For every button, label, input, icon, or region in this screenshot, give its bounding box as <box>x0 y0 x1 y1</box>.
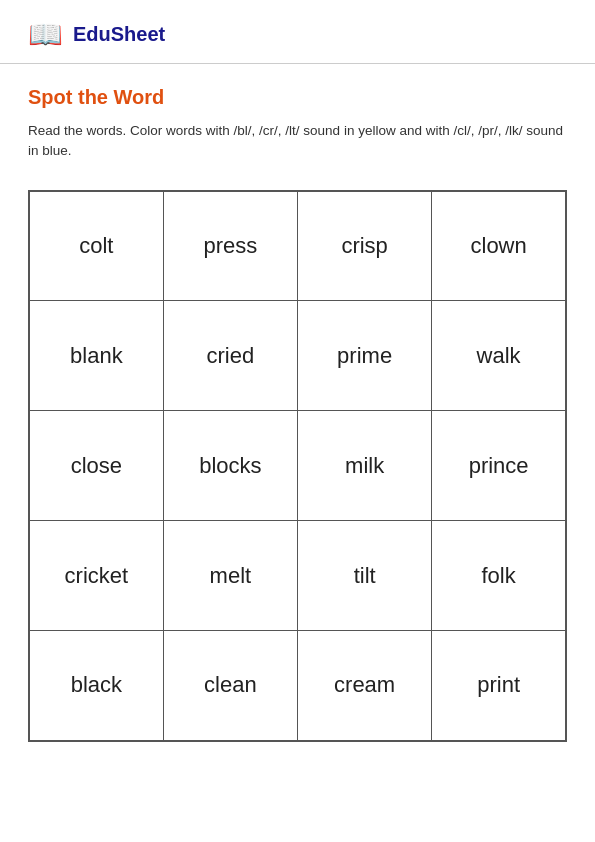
table-cell: black <box>29 631 163 741</box>
table-cell: blocks <box>163 411 297 521</box>
table-cell: clean <box>163 631 297 741</box>
table-cell: cream <box>298 631 432 741</box>
table-cell: melt <box>163 521 297 631</box>
header: 📖 EduSheet <box>0 0 595 64</box>
table-cell: clown <box>432 191 566 301</box>
main-content: Spot the Word Read the words. Color word… <box>0 64 595 770</box>
table-cell: folk <box>432 521 566 631</box>
table-cell: prince <box>432 411 566 521</box>
logo-icon: 📖 <box>28 18 63 51</box>
table-cell: tilt <box>298 521 432 631</box>
table-cell: press <box>163 191 297 301</box>
table-cell: milk <box>298 411 432 521</box>
table-cell: close <box>29 411 163 521</box>
logo-text: EduSheet <box>73 23 165 46</box>
table-cell: walk <box>432 301 566 411</box>
word-table: coltpresscrispclownblankcriedprimewalkcl… <box>28 190 567 742</box>
section-title: Spot the Word <box>28 86 567 109</box>
table-cell: print <box>432 631 566 741</box>
table-cell: prime <box>298 301 432 411</box>
instructions: Read the words. Color words with /bl/, /… <box>28 121 567 162</box>
table-cell: cried <box>163 301 297 411</box>
table-cell: cricket <box>29 521 163 631</box>
table-cell: crisp <box>298 191 432 301</box>
table-cell: colt <box>29 191 163 301</box>
table-cell: blank <box>29 301 163 411</box>
